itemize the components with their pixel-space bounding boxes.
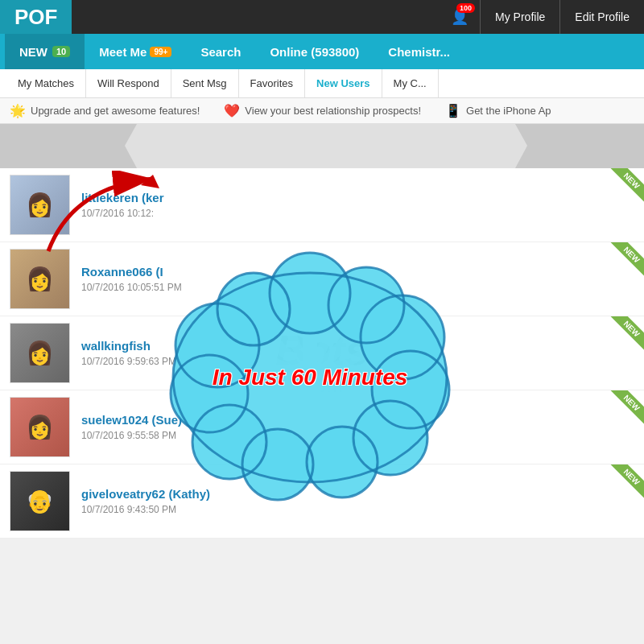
subnav-favorites[interactable]: Favorites [239, 69, 305, 98]
nav-label-meet-me: Meet Me [99, 45, 147, 59]
user-time: 10/7/2016 9:55:58 PM [81, 430, 634, 441]
nav-item-new[interactable]: NEW 10 [5, 34, 85, 69]
user-list: 👩 littlekeren (ker 10/7/2016 10:12: 👩 Ro… [0, 168, 644, 539]
subnav-new-users[interactable]: New Users [305, 69, 382, 98]
new-badge [604, 316, 644, 357]
user-avatar: 👩 [10, 323, 70, 383]
logo: POF [0, 0, 72, 34]
user-row: 👴 giveloveatry62 (Kathy) 10/7/2016 9:43:… [0, 464, 644, 539]
nav-label-search: Search [200, 45, 241, 59]
user-info: wallkingfish 10/7/2016 9:59:63 PM [81, 339, 634, 367]
user-info: Roxanne066 (I 10/7/2016 10:05:51 PM [81, 265, 634, 293]
user-time: 10/7/2016 10:05:51 PM [81, 282, 634, 293]
user-name[interactable]: Roxanne066 (I [81, 265, 634, 279]
user-row: 👩 littlekeren (ker 10/7/2016 10:12: [0, 168, 644, 242]
subnav-sent-msg[interactable]: Sent Msg [171, 69, 239, 98]
user-info: littlekeren (ker 10/7/2016 10:12: [81, 191, 634, 219]
new-badge [604, 464, 644, 505]
user-avatar: 👩 [10, 175, 70, 235]
new-badge [604, 168, 644, 208]
user-name[interactable]: littlekeren (ker [81, 191, 634, 204]
avatar-image: 👴 [10, 472, 69, 530]
notification-icon[interactable]: 👤 100 [451, 8, 469, 26]
user-time: 10/7/2016 10:12: [81, 208, 634, 219]
svg-marker-1 [0, 124, 137, 168]
promo-iphone-text: Get the iPhone Ap [466, 105, 551, 117]
avatar-image: 👩 [10, 175, 69, 234]
nav-badge-meet-me: 99+ [150, 47, 171, 57]
nav-item-chemistry[interactable]: Chemistr... [374, 34, 464, 69]
sub-nav: My Matches Will Respond Sent Msg Favorit… [0, 69, 644, 98]
user-info: suelew1024 (Sue) 10/7/2016 9:55:58 PM [81, 413, 634, 441]
edit-profile-button[interactable]: Edit Profile [559, 0, 644, 34]
nav-item-meet-me[interactable]: Meet Me 99+ [85, 34, 186, 69]
phone-icon: 📱 [445, 103, 461, 118]
subnav-my-c[interactable]: My C... [382, 69, 439, 98]
user-avatar: 👩 [10, 397, 70, 457]
user-avatar: 👩 [10, 249, 70, 309]
nav-item-online[interactable]: Online (593800) [255, 34, 374, 69]
nav-label-chemistry: Chemistr... [388, 45, 450, 59]
nav-label-online: Online (593800) [270, 45, 359, 59]
subnav-will-respond[interactable]: Will Respond [86, 69, 171, 98]
user-avatar: 👴 [10, 471, 70, 531]
upgrade-icon: 🌟 [10, 103, 26, 118]
user-name[interactable]: wallkingfish [81, 339, 634, 353]
content-area: Scrapers Bots .com 👩 littlekeren (ker 10… [0, 124, 644, 539]
user-name[interactable]: giveloveatry62 (Kathy) [81, 487, 634, 501]
notification-badge: 100 [456, 3, 475, 13]
user-row: 👩 Roxanne066 (I 10/7/2016 10:05:51 PM [0, 242, 644, 316]
zigzag-banner [0, 124, 644, 168]
promo-upgrade[interactable]: 🌟 Upgrade and get awesome features! [10, 103, 200, 118]
new-badge [604, 390, 644, 431]
user-time: 10/7/2016 9:43:50 PM [81, 504, 634, 515]
nav-bar: NEW 10 Meet Me 99+ Search Online (593800… [0, 34, 644, 69]
avatar-image: 👩 [10, 250, 69, 308]
user-name[interactable]: suelew1024 (Sue) [81, 413, 634, 427]
nav-item-search[interactable]: Search [186, 34, 255, 69]
user-row: 👩 suelew1024 (Sue) 10/7/2016 9:55:58 PM [0, 390, 644, 464]
promo-prospects-text: View your best relationship prospects! [245, 105, 421, 117]
promo-prospects[interactable]: ❤️ View your best relationship prospects… [224, 103, 421, 118]
avatar-image: 👩 [10, 398, 69, 456]
user-time: 10/7/2016 9:59:63 PM [81, 356, 634, 367]
user-info: giveloveatry62 (Kathy) 10/7/2016 9:43:50… [81, 487, 634, 515]
promo-bar: 🌟 Upgrade and get awesome features! ❤️ V… [0, 98, 644, 124]
my-profile-button[interactable]: My Profile [480, 0, 559, 34]
nav-badge-new: 10 [52, 46, 70, 57]
promo-upgrade-text: Upgrade and get awesome features! [31, 105, 200, 117]
new-badge [604, 242, 644, 283]
avatar-image: 👩 [10, 324, 69, 382]
svg-marker-2 [515, 124, 644, 168]
user-row: 👩 wallkingfish 10/7/2016 9:59:63 PM [0, 316, 644, 390]
heart-icon: ❤️ [224, 103, 240, 118]
nav-label-new: NEW [19, 45, 47, 59]
promo-iphone[interactable]: 📱 Get the iPhone Ap [445, 103, 551, 118]
subnav-my-matches[interactable]: My Matches [6, 69, 86, 98]
top-bar: POF 👤 100 My Profile Edit Profile [0, 0, 644, 34]
zigzag-svg [0, 124, 644, 168]
